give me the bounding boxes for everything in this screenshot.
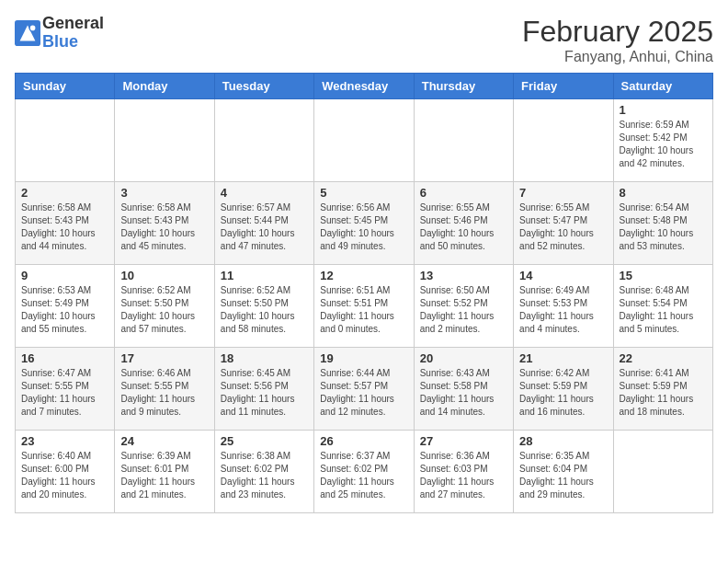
logo-general: General bbox=[42, 15, 104, 33]
calendar-cell bbox=[514, 99, 613, 182]
calendar-cell: 1Sunrise: 6:59 AMSunset: 5:42 PMDaylight… bbox=[613, 99, 712, 182]
day-info: Sunrise: 6:44 AMSunset: 5:57 PMDaylight:… bbox=[320, 367, 407, 419]
calendar-cell: 24Sunrise: 6:39 AMSunset: 6:01 PMDayligh… bbox=[115, 431, 214, 513]
calendar-cell: 23Sunrise: 6:40 AMSunset: 6:00 PMDayligh… bbox=[16, 431, 115, 513]
day-of-week-header: Thursday bbox=[414, 74, 513, 99]
calendar-week-row: 16Sunrise: 6:47 AMSunset: 5:55 PMDayligh… bbox=[16, 348, 713, 431]
day-number: 6 bbox=[420, 186, 507, 200]
day-info: Sunrise: 6:47 AMSunset: 5:55 PMDaylight:… bbox=[21, 367, 108, 419]
day-info: Sunrise: 6:41 AMSunset: 5:59 PMDaylight:… bbox=[620, 367, 707, 419]
calendar-cell: 6Sunrise: 6:55 AMSunset: 5:46 PMDaylight… bbox=[414, 182, 513, 265]
day-number: 11 bbox=[221, 269, 308, 282]
calendar-header-row: SundayMondayTuesdayWednesdayThursdayFrid… bbox=[16, 74, 713, 99]
calendar-cell: 14Sunrise: 6:49 AMSunset: 5:53 PMDayligh… bbox=[514, 265, 613, 348]
calendar-cell: 15Sunrise: 6:48 AMSunset: 5:54 PMDayligh… bbox=[613, 265, 712, 348]
calendar-week-row: 23Sunrise: 6:40 AMSunset: 6:00 PMDayligh… bbox=[16, 431, 713, 513]
day-number: 28 bbox=[519, 434, 607, 448]
day-info: Sunrise: 6:39 AMSunset: 6:01 PMDaylight:… bbox=[120, 450, 208, 501]
calendar-cell: 5Sunrise: 6:56 AMSunset: 5:45 PMDaylight… bbox=[314, 182, 414, 265]
day-number: 3 bbox=[120, 186, 208, 200]
calendar-cell: 13Sunrise: 6:50 AMSunset: 5:52 PMDayligh… bbox=[414, 265, 513, 348]
calendar-cell: 27Sunrise: 6:36 AMSunset: 6:03 PMDayligh… bbox=[414, 431, 513, 513]
day-number: 24 bbox=[120, 434, 208, 448]
calendar-cell: 17Sunrise: 6:46 AMSunset: 5:55 PMDayligh… bbox=[115, 348, 214, 431]
day-number: 27 bbox=[420, 434, 507, 448]
day-info: Sunrise: 6:38 AMSunset: 6:02 PMDaylight:… bbox=[221, 450, 308, 501]
day-info: Sunrise: 6:54 AMSunset: 5:48 PMDaylight:… bbox=[620, 201, 707, 253]
day-of-week-header: Sunday bbox=[16, 74, 115, 99]
day-number: 17 bbox=[120, 351, 208, 365]
day-info: Sunrise: 6:40 AMSunset: 6:00 PMDaylight:… bbox=[21, 450, 108, 501]
month-title: February 2025 bbox=[522, 15, 713, 49]
calendar-cell bbox=[314, 99, 414, 182]
calendar-cell bbox=[115, 99, 214, 182]
day-number: 5 bbox=[320, 186, 407, 200]
day-of-week-header: Tuesday bbox=[214, 74, 313, 99]
day-of-week-header: Wednesday bbox=[314, 74, 414, 99]
day-info: Sunrise: 6:37 AMSunset: 6:02 PMDaylight:… bbox=[320, 450, 407, 501]
day-number: 1 bbox=[620, 103, 707, 117]
day-number: 10 bbox=[120, 269, 208, 282]
day-info: Sunrise: 6:35 AMSunset: 6:04 PMDaylight:… bbox=[519, 450, 607, 501]
calendar-cell: 19Sunrise: 6:44 AMSunset: 5:57 PMDayligh… bbox=[314, 348, 414, 431]
day-number: 16 bbox=[21, 351, 108, 365]
day-info: Sunrise: 6:52 AMSunset: 5:50 PMDaylight:… bbox=[221, 284, 308, 336]
day-info: Sunrise: 6:58 AMSunset: 5:43 PMDaylight:… bbox=[120, 201, 208, 253]
day-number: 4 bbox=[221, 186, 308, 200]
day-number: 25 bbox=[221, 434, 308, 448]
calendar-cell: 21Sunrise: 6:42 AMSunset: 5:59 PMDayligh… bbox=[514, 348, 613, 431]
day-info: Sunrise: 6:48 AMSunset: 5:54 PMDaylight:… bbox=[620, 284, 707, 336]
day-info: Sunrise: 6:58 AMSunset: 5:43 PMDaylight:… bbox=[21, 201, 108, 253]
calendar-cell: 9Sunrise: 6:53 AMSunset: 5:49 PMDaylight… bbox=[16, 265, 115, 348]
day-number: 26 bbox=[320, 434, 407, 448]
logo-text: General Blue bbox=[42, 15, 104, 52]
location: Fanyang, Anhui, China bbox=[522, 49, 713, 65]
day-number: 19 bbox=[320, 351, 407, 365]
day-info: Sunrise: 6:57 AMSunset: 5:44 PMDaylight:… bbox=[221, 201, 308, 253]
day-info: Sunrise: 6:59 AMSunset: 5:42 PMDaylight:… bbox=[620, 119, 707, 170]
calendar-week-row: 9Sunrise: 6:53 AMSunset: 5:49 PMDaylight… bbox=[16, 265, 713, 348]
title-block: February 2025 Fanyang, Anhui, China bbox=[522, 15, 713, 65]
day-number: 21 bbox=[519, 351, 607, 365]
calendar-cell: 22Sunrise: 6:41 AMSunset: 5:59 PMDayligh… bbox=[613, 348, 712, 431]
day-info: Sunrise: 6:36 AMSunset: 6:03 PMDaylight:… bbox=[420, 450, 507, 501]
day-info: Sunrise: 6:49 AMSunset: 5:53 PMDaylight:… bbox=[519, 284, 607, 336]
calendar-cell bbox=[214, 99, 313, 182]
day-number: 7 bbox=[519, 186, 607, 200]
day-of-week-header: Monday bbox=[115, 74, 214, 99]
svg-point-3 bbox=[30, 25, 36, 30]
day-number: 8 bbox=[620, 186, 707, 200]
day-of-week-header: Friday bbox=[514, 74, 613, 99]
day-number: 13 bbox=[420, 269, 507, 282]
day-of-week-header: Saturday bbox=[613, 74, 712, 99]
calendar-cell: 3Sunrise: 6:58 AMSunset: 5:43 PMDaylight… bbox=[115, 182, 214, 265]
calendar-table: SundayMondayTuesdayWednesdayThursdayFrid… bbox=[15, 73, 713, 513]
day-number: 15 bbox=[620, 269, 707, 282]
day-info: Sunrise: 6:52 AMSunset: 5:50 PMDaylight:… bbox=[120, 284, 208, 336]
calendar-cell: 7Sunrise: 6:55 AMSunset: 5:47 PMDaylight… bbox=[514, 182, 613, 265]
logo-blue: Blue bbox=[42, 33, 104, 52]
day-info: Sunrise: 6:46 AMSunset: 5:55 PMDaylight:… bbox=[120, 367, 208, 419]
day-number: 12 bbox=[320, 269, 407, 282]
logo: General Blue bbox=[15, 15, 104, 52]
day-number: 14 bbox=[519, 269, 607, 282]
calendar-cell: 4Sunrise: 6:57 AMSunset: 5:44 PMDaylight… bbox=[214, 182, 313, 265]
day-info: Sunrise: 6:55 AMSunset: 5:47 PMDaylight:… bbox=[519, 201, 607, 253]
calendar-cell: 2Sunrise: 6:58 AMSunset: 5:43 PMDaylight… bbox=[16, 182, 115, 265]
day-info: Sunrise: 6:43 AMSunset: 5:58 PMDaylight:… bbox=[420, 367, 507, 419]
calendar-cell: 12Sunrise: 6:51 AMSunset: 5:51 PMDayligh… bbox=[314, 265, 414, 348]
calendar-cell: 8Sunrise: 6:54 AMSunset: 5:48 PMDaylight… bbox=[613, 182, 712, 265]
day-number: 23 bbox=[21, 434, 108, 448]
calendar-cell: 11Sunrise: 6:52 AMSunset: 5:50 PMDayligh… bbox=[214, 265, 313, 348]
calendar-cell: 18Sunrise: 6:45 AMSunset: 5:56 PMDayligh… bbox=[214, 348, 313, 431]
day-number: 18 bbox=[221, 351, 308, 365]
day-number: 22 bbox=[620, 351, 707, 365]
calendar-cell bbox=[414, 99, 513, 182]
calendar-cell: 16Sunrise: 6:47 AMSunset: 5:55 PMDayligh… bbox=[16, 348, 115, 431]
day-info: Sunrise: 6:53 AMSunset: 5:49 PMDaylight:… bbox=[21, 284, 108, 336]
day-info: Sunrise: 6:55 AMSunset: 5:46 PMDaylight:… bbox=[420, 201, 507, 253]
day-number: 9 bbox=[21, 269, 108, 282]
calendar-week-row: 2Sunrise: 6:58 AMSunset: 5:43 PMDaylight… bbox=[16, 182, 713, 265]
day-info: Sunrise: 6:56 AMSunset: 5:45 PMDaylight:… bbox=[320, 201, 407, 253]
page-header: General Blue February 2025 Fanyang, Anhu… bbox=[15, 15, 713, 65]
